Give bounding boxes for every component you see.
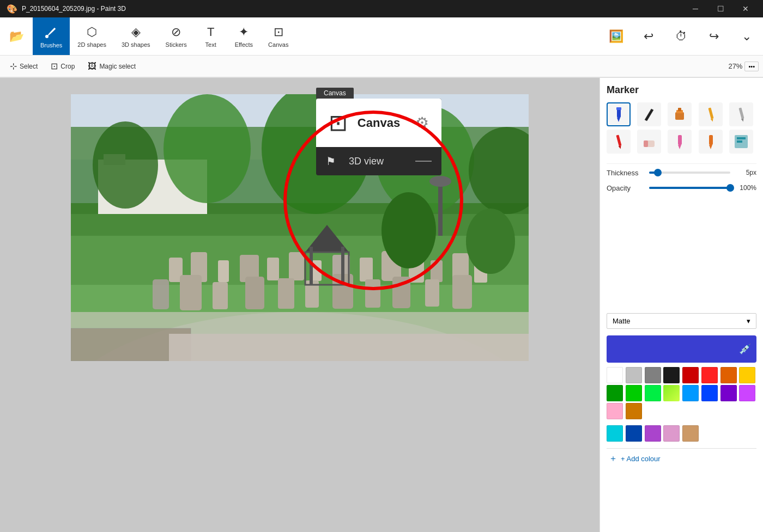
brush-red-pencil[interactable] <box>607 130 631 154</box>
color-blue[interactable] <box>701 385 718 401</box>
history-button[interactable]: ⏱ <box>665 17 698 55</box>
color-black[interactable] <box>663 367 680 383</box>
color-magenta[interactable] <box>645 425 661 442</box>
svg-point-7 <box>93 121 158 209</box>
2d-shapes-button[interactable]: ⬡ 2D shapes <box>70 17 114 55</box>
brush-marker-blue[interactable] <box>607 102 631 126</box>
svg-rect-33 <box>180 275 202 310</box>
2d-shapes-icon: ⬡ <box>87 25 97 39</box>
more-button[interactable]: ⌄ <box>730 17 763 55</box>
brush-marker-orange[interactable] <box>699 130 723 154</box>
color-pink[interactable] <box>607 403 623 419</box>
color-red[interactable] <box>701 367 718 383</box>
svg-marker-62 <box>741 118 744 122</box>
opacity-slider[interactable] <box>649 182 730 193</box>
magic-select-button[interactable]: 🖼 Magic select <box>82 59 141 74</box>
undo-button[interactable]: ↩ <box>632 17 665 55</box>
brushes-label: Brushes <box>40 42 62 48</box>
zoom-value: 27% <box>728 62 742 70</box>
3d-shapes-button[interactable]: ◈ 3D shapes <box>114 17 158 55</box>
title-bar-left: 🎨 P_20150604_205209.jpg - Paint 3D <box>7 4 126 14</box>
canvas-option-button[interactable]: ⊡ Canvas ⚙ <box>316 99 441 147</box>
stickers-label: Stickers <box>166 41 187 48</box>
brush-pencil-b[interactable] <box>729 102 753 126</box>
brush-marker-pink[interactable] <box>668 130 692 154</box>
select-tool-button[interactable]: ⊹ Select <box>4 59 43 74</box>
brush-pencil-a[interactable] <box>699 102 723 126</box>
minimize-button[interactable]: ─ <box>685 0 706 17</box>
svg-rect-56 <box>675 112 684 120</box>
canvas-area[interactable]: Canvas ⊡ Canvas ⚙ ⚑ 3D view <box>0 78 600 532</box>
brush-eraser[interactable] <box>637 130 661 154</box>
toolbar-row: ⊹ Select ⊡ Crop 🖼 Magic select 27% ••• <box>0 56 763 77</box>
svg-rect-42 <box>452 275 472 309</box>
close-button[interactable]: ✕ <box>735 0 756 17</box>
svg-rect-29 <box>431 260 443 282</box>
color-lime[interactable] <box>645 385 661 401</box>
plus-icon: ＋ <box>609 453 617 464</box>
svg-point-8 <box>164 94 251 203</box>
maximize-button[interactable]: ☐ <box>710 0 731 17</box>
color-darkred[interactable] <box>682 367 699 383</box>
color-violet[interactable] <box>739 385 755 401</box>
brush-calligraphy[interactable] <box>637 102 661 126</box>
thickness-value: 5px <box>735 169 756 176</box>
canvas-label: Canvas <box>268 41 288 48</box>
svg-point-51 <box>382 192 436 268</box>
eyedropper-icon[interactable]: 💉 <box>739 343 751 355</box>
color-lightgreen[interactable] <box>663 385 680 401</box>
thickness-slider[interactable] <box>649 167 730 178</box>
color-indigo[interactable] <box>626 425 642 442</box>
zoom-area: 27% ••• <box>728 62 759 71</box>
color-swatch[interactable]: 💉 <box>607 335 756 363</box>
svg-rect-36 <box>278 278 294 309</box>
brush-paint-bucket[interactable] <box>668 102 692 126</box>
svg-marker-70 <box>709 145 712 149</box>
3d-view-button[interactable]: ⚑ 3D view <box>316 147 441 175</box>
color-gray[interactable] <box>645 367 661 383</box>
title-bar: 🎨 P_20150604_205209.jpg - Paint 3D ─ ☐ ✕ <box>0 0 763 17</box>
color-green[interactable] <box>626 385 642 401</box>
window-controls: ─ ☐ ✕ <box>685 0 756 17</box>
svg-marker-54 <box>617 118 620 122</box>
color-white[interactable] <box>607 367 623 383</box>
brush-palette[interactable] <box>729 130 753 154</box>
color-tan[interactable] <box>682 425 699 442</box>
file-button[interactable]: 📂 <box>0 17 33 55</box>
app-icon: 🎨 <box>7 4 17 14</box>
window-title: P_20150604_205209.jpg - Paint 3D <box>22 5 126 13</box>
finish-label: Matte <box>613 317 631 325</box>
crop-tool-button[interactable]: ⊡ Crop <box>45 59 80 74</box>
opacity-value: 100% <box>735 184 756 192</box>
color-darkgreen[interactable] <box>607 385 623 401</box>
insert-button[interactable]: 🖼️ <box>600 17 632 55</box>
color-lightgray[interactable] <box>626 367 642 383</box>
stickers-button[interactable]: ⊘ Stickers <box>158 17 195 55</box>
popup-tab-label: Canvas <box>316 88 354 99</box>
color-lavender[interactable] <box>663 425 680 442</box>
file-icon: 📂 <box>9 29 24 44</box>
brushes-icon <box>44 25 59 40</box>
svg-rect-20 <box>218 260 229 282</box>
redo-button[interactable]: ↪ <box>698 17 730 55</box>
opacity-label: Opacity <box>607 184 645 192</box>
canvas-option-label: Canvas <box>358 116 400 130</box>
color-purple[interactable] <box>720 385 737 401</box>
svg-rect-73 <box>737 140 742 143</box>
color-brown[interactable] <box>626 403 642 419</box>
color-lightblue[interactable] <box>682 385 699 401</box>
effects-label: Effects <box>235 41 253 48</box>
text-button[interactable]: T Text <box>195 17 227 55</box>
color-yellow[interactable] <box>739 367 755 383</box>
brushes-tool-button[interactable]: Brushes <box>33 17 70 55</box>
text-label: Text <box>205 41 216 48</box>
crop-icon: ⊡ <box>51 61 58 71</box>
effects-button[interactable]: ✦ Effects <box>227 17 261 55</box>
add-color-button[interactable]: ＋ + Add colour <box>607 448 756 469</box>
zoom-more-button[interactable]: ••• <box>744 62 759 71</box>
sidebar-title: Marker <box>607 84 756 96</box>
color-orange[interactable] <box>720 367 737 383</box>
finish-dropdown[interactable]: Matte ▾ <box>607 313 756 329</box>
canvas-button[interactable]: ⊡ Canvas <box>261 17 296 55</box>
color-cyan[interactable] <box>607 425 623 442</box>
